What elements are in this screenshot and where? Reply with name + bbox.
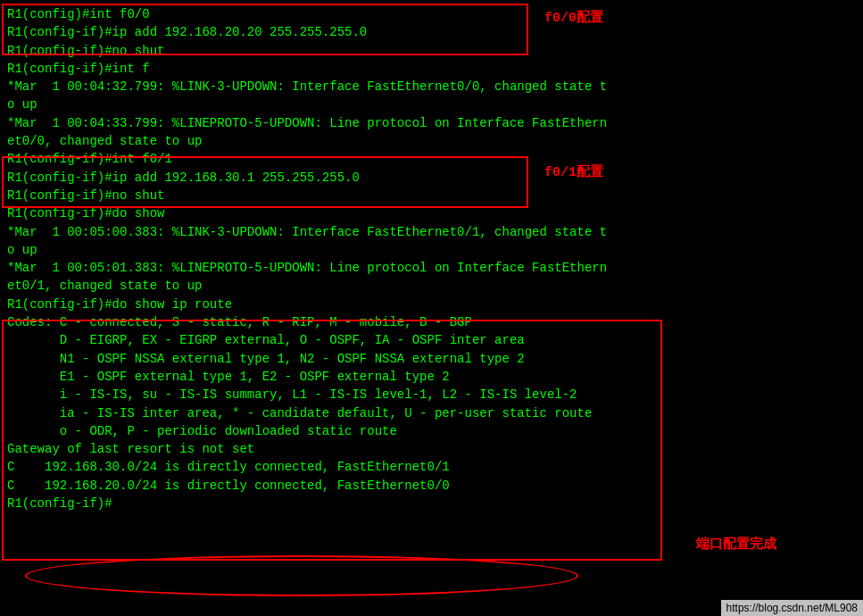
terminal-line: R1(config-if)#int f xyxy=(7,60,856,78)
terminal-window: R1(config)#int f0/0R1(config-if)#ip add … xyxy=(0,0,863,616)
terminal-line: E1 - OSPF external type 1, E2 - OSPF ext… xyxy=(7,368,856,386)
terminal-line: Gateway of last resort is not set xyxy=(7,440,856,458)
terminal-line: *Mar 1 00:04:32.799: %LINK-3-UPDOWN: Int… xyxy=(7,78,856,96)
terminal-line: N1 - OSPF NSSA external type 1, N2 - OSP… xyxy=(7,350,856,368)
f00-label: f0/0配置 xyxy=(544,9,603,26)
terminal-line: ia - IS-IS inter area, * - candidate def… xyxy=(7,404,856,422)
terminal-line: R1(config)#int f0/0 xyxy=(7,5,856,23)
terminal-line: o up xyxy=(7,241,856,259)
terminal-line: R1(config-if)#ip add 192.168.30.1 255.25… xyxy=(7,169,856,187)
terminal-line: R1(config-if)#do show ip route xyxy=(7,296,856,313)
terminal-line: D - EIGRP, EX - EIGRP external, O - OSPF… xyxy=(7,331,856,349)
terminal-line: o up xyxy=(7,96,856,113)
terminal-line: R1(config-if)#no shut xyxy=(7,187,856,204)
terminal-line: et0/0, changed state to up xyxy=(7,132,856,150)
terminal-line: R1(config-if)# xyxy=(7,495,856,512)
terminal-line: *Mar 1 00:04:33.799: %LINEPROTO-5-UPDOWN… xyxy=(7,114,856,132)
terminal-line: R1(config-if)#no shut xyxy=(7,42,856,60)
terminal-line: i - IS-IS, su - IS-IS summary, L1 - IS-I… xyxy=(7,386,856,404)
terminal-line: R1(config-if)#ip add 192.168.20.20 255.2… xyxy=(7,23,856,41)
terminal-output: R1(config)#int f0/0R1(config-if)#ip add … xyxy=(7,5,856,512)
done-label: 端口配置完成 xyxy=(696,536,776,553)
terminal-line: R1(config-if)#int f0/1 xyxy=(7,150,856,168)
terminal-line: R1(config-if)#do show xyxy=(7,204,856,222)
terminal-line: C 192.168.20.0/24 is directly connected,… xyxy=(7,477,856,495)
terminal-line: *Mar 1 00:05:00.383: %LINK-3-UPDOWN: Int… xyxy=(7,223,856,241)
terminal-line: *Mar 1 00:05:01.383: %LINEPROTO-5-UPDOWN… xyxy=(7,259,856,277)
url-bar: https://blog.csdn.net/ML908 xyxy=(721,600,863,616)
f01-label: f0/1配置 xyxy=(544,163,603,180)
terminal-line: et0/1, changed state to up xyxy=(7,277,856,295)
connected-routes-oval xyxy=(25,555,578,596)
terminal-line: C 192.168.30.0/24 is directly connected,… xyxy=(7,458,856,476)
terminal-line: Codes: C - connected, S - static, R - RI… xyxy=(7,313,856,331)
terminal-line: o - ODR, P - periodic downloaded static … xyxy=(7,422,856,440)
